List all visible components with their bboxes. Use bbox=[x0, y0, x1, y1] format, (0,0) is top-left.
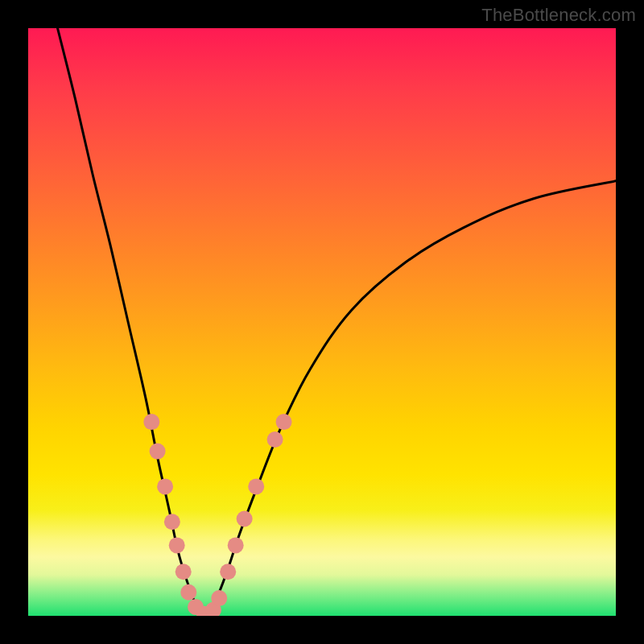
marker-15 bbox=[267, 431, 283, 448]
curve-left-branch bbox=[58, 28, 205, 616]
curve-group bbox=[58, 28, 617, 616]
marker-0 bbox=[143, 414, 159, 430]
marker-2 bbox=[157, 478, 173, 494]
marker-13 bbox=[237, 511, 253, 527]
marker-4 bbox=[169, 537, 185, 553]
marker-group bbox=[143, 414, 291, 616]
chart-frame: TheBottleneck.com bbox=[0, 0, 644, 644]
plot-area bbox=[28, 28, 616, 616]
marker-3 bbox=[164, 514, 180, 530]
marker-1 bbox=[150, 444, 166, 460]
marker-5 bbox=[175, 564, 192, 580]
chart-svg bbox=[28, 28, 616, 616]
marker-12 bbox=[228, 537, 244, 553]
marker-16 bbox=[276, 414, 292, 430]
curve-right-branch bbox=[204, 181, 616, 616]
marker-6 bbox=[180, 584, 196, 601]
marker-11 bbox=[220, 564, 236, 580]
marker-10 bbox=[211, 590, 227, 606]
marker-14 bbox=[248, 478, 264, 494]
watermark-text: TheBottleneck.com bbox=[481, 5, 636, 26]
